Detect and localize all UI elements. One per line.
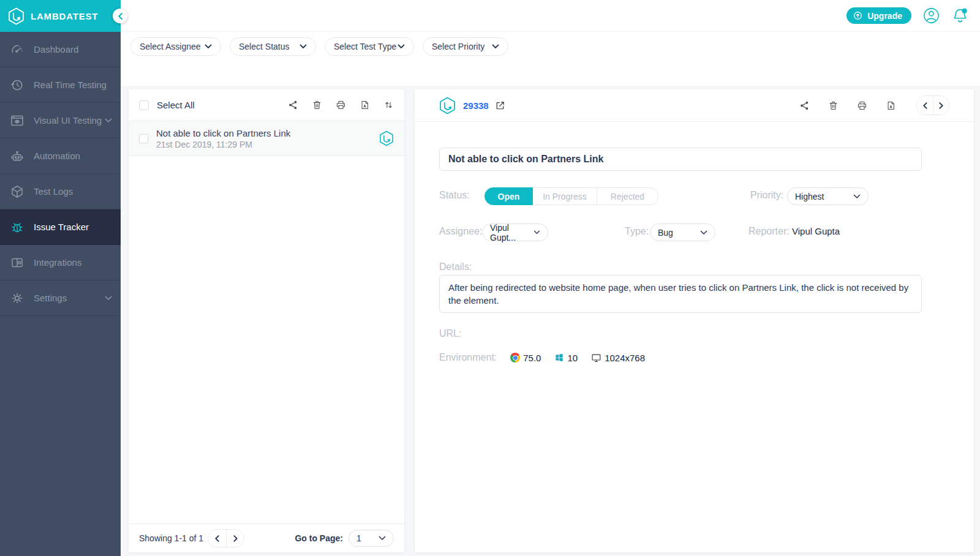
os-version: 10 — [567, 353, 578, 363]
sidebar-brand-header: LAMBDATEST — [0, 0, 121, 32]
issue-list-item[interactable]: Not able to click on Partners Link 21st … — [129, 121, 404, 156]
reporter-value: Vipul Gupta — [792, 226, 840, 236]
sort-icon[interactable] — [383, 100, 394, 110]
sidebar-item-visual-ui-testing[interactable]: Visual UI Testing — [0, 103, 121, 138]
list-toolbar — [288, 100, 394, 110]
share-icon[interactable] — [799, 100, 810, 111]
showing-count: Showing 1-1 of 1 — [139, 533, 203, 543]
dashboard-icon — [10, 42, 24, 57]
settings-gear-icon — [10, 291, 24, 306]
sidebar-item-label: Dashboard — [34, 44, 78, 54]
automation-icon — [10, 149, 24, 163]
page-select-value: 1 — [356, 533, 361, 543]
status-option-rejected[interactable]: Rejected — [597, 187, 658, 205]
filter-select-priority[interactable]: Select Priority — [423, 37, 508, 56]
sidebar-item-test-logs[interactable]: Test Logs — [0, 174, 121, 209]
sidebar-item-integrations[interactable]: Integrations — [0, 245, 121, 280]
issue-list-header: Select All — [129, 89, 404, 121]
reporter-label: Reporter: — [748, 226, 790, 237]
chevron-down-icon — [492, 44, 499, 49]
filter-label: Select Assignee — [140, 42, 201, 51]
assignee-value: Vipul Gupt... — [490, 223, 533, 242]
upgrade-arrow-icon — [853, 10, 863, 21]
share-icon[interactable] — [288, 100, 298, 110]
chevron-down-icon — [105, 118, 112, 123]
filter-label: Select Test Type — [334, 42, 396, 51]
type-value: Bug — [658, 228, 673, 238]
sidebar-item-label: Settings — [34, 293, 67, 303]
status-label: Status: — [439, 190, 470, 201]
prev-issue-button[interactable] — [917, 96, 933, 115]
next-issue-button[interactable] — [933, 96, 949, 115]
sidebar-item-dashboard[interactable]: Dashboard — [0, 32, 121, 67]
delete-trash-icon[interactable] — [312, 100, 322, 110]
chevron-down-icon — [205, 44, 212, 49]
environment-resolution: 1024x768 — [591, 353, 645, 363]
print-icon[interactable] — [857, 100, 867, 111]
detail-pager — [916, 96, 949, 115]
lambdatest-hexagon-icon — [439, 97, 456, 115]
issue-meta: Not able to click on Partners Link 21st … — [156, 128, 290, 149]
delete-trash-icon[interactable] — [828, 100, 839, 111]
monitor-icon — [591, 353, 601, 363]
priority-label: Priority: — [750, 190, 783, 201]
sidebar-item-label: Integrations — [34, 257, 81, 268]
browser-version: 75.0 — [523, 353, 541, 363]
status-segmented-control: Open In Progress Rejected — [484, 187, 658, 205]
priority-dropdown[interactable]: Highest — [787, 187, 869, 205]
integrations-icon — [10, 255, 24, 270]
issue-title-input[interactable]: Not able to click on Partners Link — [439, 148, 922, 171]
windows-os-icon — [554, 353, 564, 363]
environment-label: Environment: — [439, 352, 497, 363]
chevron-down-icon — [105, 296, 112, 301]
sidebar-item-automation[interactable]: Automation — [0, 138, 121, 174]
issue-tracker-app: LAMBDATEST Dashboard Real Time Testing — [0, 0, 980, 556]
type-dropdown[interactable]: Bug — [650, 224, 715, 241]
filter-select-assignee[interactable]: Select Assignee — [130, 37, 221, 56]
list-pager — [208, 529, 244, 547]
notification-bell-icon[interactable] — [951, 7, 969, 24]
chrome-browser-icon — [510, 353, 520, 363]
sidebar-item-issue-tracker[interactable]: Issue Tracker — [0, 209, 121, 245]
details-textarea[interactable]: After being redirected to website home p… — [439, 275, 922, 313]
select-all-checkbox[interactable] — [139, 100, 149, 110]
detail-toolbar — [799, 96, 949, 115]
chevron-down-icon — [700, 230, 707, 235]
user-avatar-icon[interactable] — [922, 7, 940, 24]
filter-select-status[interactable]: Select Status — [230, 37, 316, 56]
test-logs-icon — [10, 184, 24, 199]
detail-header: 29338 — [415, 89, 974, 122]
visual-ui-testing-icon — [10, 113, 24, 128]
select-all-label: Select All — [157, 100, 195, 110]
priority-value: Highest — [795, 192, 824, 201]
sidebar-item-label: Visual UI Testing — [34, 115, 102, 126]
filter-select-test-type[interactable]: Select Test Type — [325, 37, 414, 56]
download-pdf-icon[interactable] — [886, 100, 896, 111]
issue-tracker-bug-icon — [10, 220, 24, 235]
print-icon[interactable] — [336, 100, 346, 110]
next-page-button[interactable] — [226, 530, 244, 547]
sidebar-item-label: Real Time Testing — [34, 80, 107, 90]
detail-body: Not able to click on Partners Link Statu… — [415, 122, 974, 552]
status-option-in-progress[interactable]: In Progress — [533, 187, 597, 205]
assignee-dropdown[interactable]: Vipul Gupt... — [482, 224, 548, 241]
issue-list-panel: Select All — [129, 89, 404, 552]
prev-page-button[interactable] — [208, 530, 226, 547]
chevron-down-icon — [300, 44, 307, 49]
environment-row: Environment: 75.0 10 1024x768 — [439, 352, 645, 363]
resolution-value: 1024x768 — [605, 353, 645, 363]
download-pdf-icon[interactable] — [360, 100, 370, 110]
sidebar-item-settings[interactable]: Settings — [0, 280, 121, 316]
status-option-open[interactable]: Open — [484, 187, 533, 205]
sidebar-item-label: Issue Tracker — [34, 222, 89, 232]
sidebar-collapse-button[interactable] — [113, 9, 127, 23]
filter-bar: Select Assignee Select Status Select Tes… — [121, 32, 980, 86]
page-select-dropdown[interactable]: 1 — [349, 530, 394, 547]
issue-id-link[interactable]: 29338 — [463, 100, 489, 111]
sidebar-item-real-time-testing[interactable]: Real Time Testing — [0, 67, 121, 103]
issue-checkbox[interactable] — [139, 134, 148, 143]
environment-os: 10 — [554, 353, 578, 363]
upgrade-button[interactable]: Upgrade — [846, 7, 911, 24]
chevron-down-icon — [853, 194, 861, 199]
external-link-icon[interactable] — [495, 100, 505, 111]
